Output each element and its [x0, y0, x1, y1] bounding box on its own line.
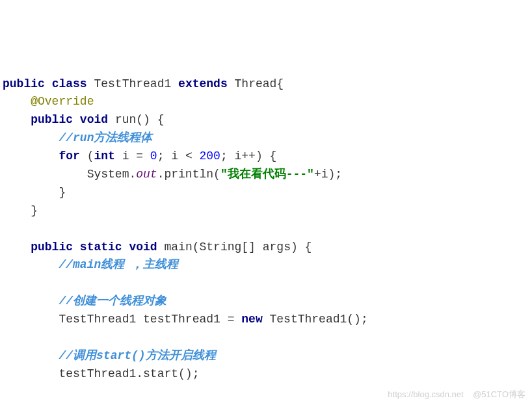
keyword: static — [80, 241, 122, 254]
text: ( — [80, 150, 94, 163]
comment: //run方法线程体 — [59, 131, 152, 144]
keyword: new — [241, 313, 262, 326]
watermark: https://blog.csdn.net @51CTO博客 — [388, 388, 525, 401]
text: TestThread1 testThread1 = — [59, 313, 241, 326]
text: i = — [115, 150, 150, 163]
comment: //调用start()方法开启线程 — [59, 349, 215, 362]
class-name: TestThread1 — [94, 77, 171, 90]
string: "我在看代码---" — [220, 168, 314, 181]
comment: //创建一个线程对象 — [59, 294, 166, 307]
text: System. — [87, 168, 137, 181]
code-block: public class TestThread1 extends Thread{… — [3, 75, 529, 405]
method-name: main(String[] args) { — [165, 241, 312, 254]
method-name: run() { — [115, 113, 165, 126]
keyword: int — [94, 150, 114, 163]
text: .println( — [157, 168, 220, 181]
text: testThread1.start(); — [59, 367, 199, 380]
field: out — [136, 168, 157, 181]
keyword: void — [129, 241, 157, 254]
text: ; i < — [157, 150, 200, 163]
comment: //main线程 ，主线程 — [59, 258, 178, 271]
keyword: public — [31, 241, 73, 254]
text: TestThread1(); — [263, 313, 368, 326]
brace: } — [31, 204, 38, 217]
keyword: public — [3, 77, 45, 90]
text: ; i++) { — [220, 150, 276, 163]
keyword: for — [59, 150, 79, 163]
number: 200 — [199, 150, 220, 163]
keyword: extends — [178, 77, 228, 90]
keyword: class — [52, 77, 87, 90]
text: +i); — [314, 168, 342, 181]
superclass: Thread{ — [235, 77, 284, 90]
keyword: void — [80, 113, 108, 126]
brace: } — [59, 186, 66, 199]
annotation: @Override — [31, 95, 94, 108]
keyword: public — [31, 113, 73, 126]
number: 0 — [150, 150, 157, 163]
